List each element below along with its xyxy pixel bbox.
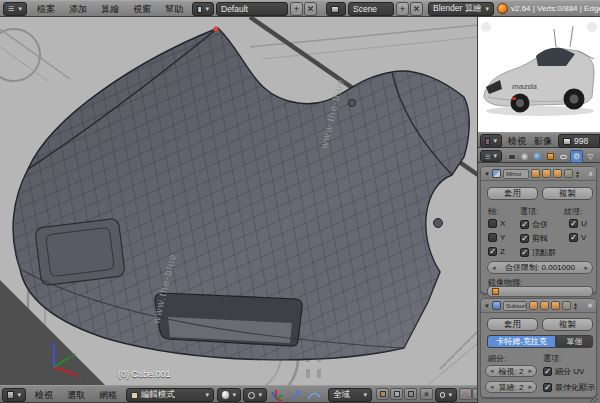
- snap-magnet-icon[interactable]: ∩: [459, 388, 472, 400]
- editmode-visibility-toggle[interactable]: [551, 301, 560, 310]
- blender-window: ☰▾ 檔案 添加 算繪 視窗 幫助 ▾ Default + ✕ Scene + …: [0, 0, 600, 403]
- scene-icon[interactable]: [326, 2, 346, 16]
- checkbox-merge[interactable]: ✓合併: [520, 219, 548, 230]
- modifier-name-field[interactable]: Subsurf: [503, 301, 527, 311]
- mirror-modifier-panel: ▼ Mirror ▲▼ ∧ 套用 複製 軸: 選項: 紋理: ✓X ✓Y ✓Z …: [480, 166, 597, 294]
- subsurf-apply-button[interactable]: 套用: [487, 318, 538, 331]
- screen-layout-field[interactable]: Default: [216, 2, 288, 16]
- catmull-clark-button[interactable]: 卡特姆-克拉克: [487, 335, 556, 348]
- tab-modifiers[interactable]: ⚙: [570, 150, 583, 163]
- properties-editor-type-icon[interactable]: ☰▾: [480, 150, 502, 162]
- transform-orientation-select[interactable]: 全域▾: [328, 388, 372, 402]
- properties-editor: ☰▾ ⚙ ▽ ▼ Mirror ▲▼ ∧ 套用 複製 軸: [478, 148, 600, 403]
- svg-text:z: z: [50, 339, 54, 346]
- realtime-visibility-toggle[interactable]: [542, 169, 551, 178]
- screen-layout-icon[interactable]: ▾: [192, 2, 214, 16]
- tab-world[interactable]: [531, 150, 544, 163]
- mirror-apply-button[interactable]: 套用: [487, 187, 538, 200]
- delete-modifier-button[interactable]: ✕: [587, 302, 593, 310]
- proportional-edit-select[interactable]: ▾: [435, 388, 457, 402]
- limit-selection-visible-button[interactable]: ✳: [420, 388, 433, 400]
- translate-manipulator-icon: [272, 390, 283, 401]
- image-editor-view[interactable]: mazda: [478, 17, 600, 132]
- menu-add[interactable]: 添加: [62, 1, 94, 17]
- cage-toggle[interactable]: [562, 301, 571, 310]
- checkbox-axis-y[interactable]: ✓Y: [488, 233, 505, 242]
- mirror-modifier-icon: [492, 169, 501, 178]
- menu-select[interactable]: 選取: [60, 387, 92, 403]
- reference-car-photo: mazda: [478, 17, 600, 132]
- subsurf-copy-button[interactable]: 複製: [542, 318, 593, 331]
- textures-label: 紋理:: [564, 206, 582, 217]
- subsurf-modifier-header[interactable]: ▼ Subsurf ▲▼ ✕: [481, 299, 596, 313]
- add-scene-button[interactable]: +: [396, 2, 409, 16]
- face-select-mode-button[interactable]: [404, 388, 417, 400]
- mirror-copy-button[interactable]: 複製: [542, 187, 593, 200]
- expand-triangle-icon[interactable]: ▼: [484, 303, 490, 309]
- viewport-3d[interactable]: www.the-blue www.the-blue z x y (0) Cube…: [0, 17, 478, 385]
- move-modifier-down-button[interactable]: ▼: [573, 306, 578, 310]
- simple-button[interactable]: 單個: [556, 335, 593, 348]
- info-editor-type-icon[interactable]: ☰▾: [3, 2, 27, 16]
- viewport-header: ▾ 檢視 選取 網格 編輯模式▾ ▾ ▾ 全域▾ ✳ ▾ ∩: [0, 385, 478, 403]
- edge-select-mode-button[interactable]: [390, 388, 403, 400]
- svg-text:y: y: [72, 351, 76, 359]
- menu-image-view[interactable]: 檢視: [504, 133, 530, 149]
- mirror-object-select[interactable]: [487, 286, 593, 297]
- mirror-modifier-header[interactable]: ▼ Mirror ▲▼ ∧: [481, 167, 596, 181]
- close-scene-button[interactable]: ✕: [410, 2, 423, 16]
- checkbox-texture-u[interactable]: ✓U: [569, 219, 587, 228]
- render-subdivisions-field[interactable]: ◂算繪: 2▸: [485, 381, 537, 393]
- render-visibility-toggle[interactable]: [529, 301, 538, 310]
- rotate-manipulator-icon: [292, 391, 300, 399]
- tab-object-data[interactable]: ▽: [584, 150, 597, 163]
- checkbox-axis-z[interactable]: ✓Z: [488, 247, 505, 256]
- menu-image[interactable]: 影像: [530, 133, 556, 149]
- move-modifier-down-button[interactable]: ▼: [575, 174, 580, 178]
- edit-mode-icon: [131, 392, 138, 399]
- menu-window[interactable]: 視窗: [126, 1, 158, 17]
- svg-text:mazda: mazda: [512, 82, 537, 91]
- menu-render[interactable]: 算繪: [94, 1, 126, 17]
- viewport-shading-select[interactable]: ▾: [217, 388, 241, 402]
- checkbox-clipping[interactable]: ✓剪輯: [520, 233, 548, 244]
- cage-toggle[interactable]: [564, 169, 573, 178]
- checkbox-texture-v[interactable]: ✓V: [569, 233, 586, 242]
- tab-object[interactable]: [544, 150, 557, 163]
- image-editor-type-icon[interactable]: ▾: [480, 134, 502, 148]
- viewport-editor-type-icon[interactable]: ▾: [2, 388, 26, 402]
- render-visibility-toggle[interactable]: [531, 169, 540, 178]
- collapse-icon[interactable]: ∧: [588, 170, 593, 178]
- render-engine-select[interactable]: Blender 算繪▾: [428, 2, 494, 16]
- mode-select[interactable]: 編輯模式▾: [126, 388, 214, 402]
- tab-render[interactable]: [505, 150, 518, 163]
- corner-resize-grip[interactable]: [588, 392, 600, 403]
- scene-field[interactable]: Scene: [348, 2, 394, 16]
- editmode-visibility-toggle[interactable]: [553, 169, 562, 178]
- merge-limit-field[interactable]: ◂合併限制: 0.001000▸: [487, 261, 593, 274]
- menu-file[interactable]: 檔案: [30, 1, 62, 17]
- image-datablock-select[interactable]: 998: [558, 134, 600, 148]
- subsurf-modifier-panel: ▼ Subsurf ▲▼ ✕ 套用 複製 卡特姆-克拉克 單個 細分: 選項: …: [480, 298, 597, 398]
- axis-label: 軸:: [488, 206, 498, 217]
- checkbox-vertex-groups[interactable]: ✓頂點群: [520, 247, 556, 258]
- checkbox-subdivide-uv[interactable]: ✓細分 UV: [543, 366, 584, 377]
- view-subdivisions-field[interactable]: ◂檢視: 2▸: [485, 365, 537, 377]
- pivot-point-select[interactable]: ▾: [243, 388, 267, 402]
- blender-logo: [497, 3, 508, 14]
- menu-help[interactable]: 幫助: [158, 1, 190, 17]
- tab-constraints[interactable]: [557, 150, 570, 163]
- info-header: ☰▾ 檔案 添加 算繪 視窗 幫助 ▾ Default + ✕ Scene + …: [0, 0, 600, 17]
- manipulator-toggles[interactable]: [270, 389, 324, 401]
- realtime-visibility-toggle[interactable]: [540, 301, 549, 310]
- menu-mesh[interactable]: 網格: [92, 387, 124, 403]
- modifier-name-field[interactable]: Mirror: [503, 169, 529, 179]
- tab-scene[interactable]: [518, 150, 531, 163]
- checkbox-axis-x[interactable]: ✓X: [488, 219, 505, 228]
- image-editor-header: ▾ 檢視 影像 998: [478, 132, 600, 148]
- menu-view[interactable]: 檢視: [28, 387, 60, 403]
- add-layout-button[interactable]: +: [290, 2, 303, 16]
- vertex-select-mode-button[interactable]: [376, 388, 389, 400]
- close-layout-button[interactable]: ✕: [304, 2, 317, 16]
- expand-triangle-icon[interactable]: ▼: [484, 171, 490, 177]
